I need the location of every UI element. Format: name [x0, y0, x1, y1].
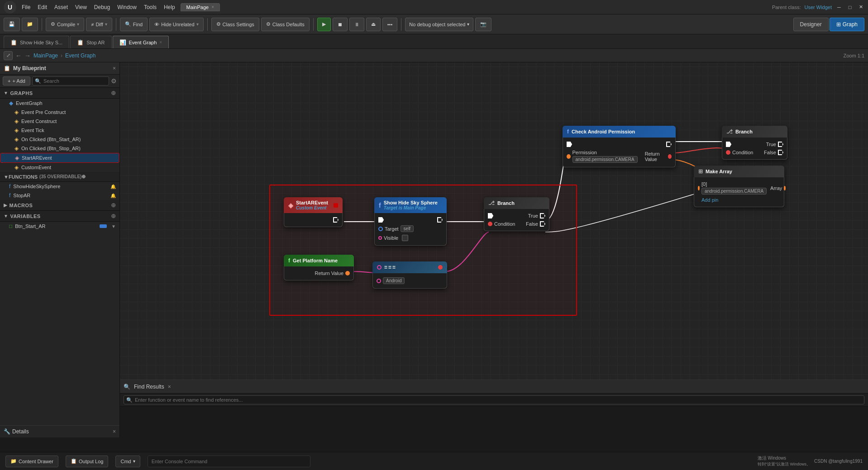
node-check-android-permission[interactable]: f Check Android Permission Permission an… — [563, 126, 676, 167]
node-make-array[interactable]: ⊞ Make Array [0] android.permission.CAME… — [694, 166, 784, 207]
make-array-add-pin[interactable]: Add pin — [701, 197, 718, 203]
graph-view-button[interactable]: ⊞ Graph — [830, 18, 864, 31]
forward-button[interactable]: → — [24, 52, 31, 59]
class-settings-button[interactable]: ⚙ Class Settings — [211, 18, 259, 31]
macros-gear-icon[interactable]: ⊕ — [111, 202, 116, 209]
menu-tools[interactable]: Tools — [144, 4, 157, 10]
macros-section-header[interactable]: ▶ MACROS ⊕ — [0, 200, 119, 211]
eventgraph-tab-icon: 📊 — [119, 39, 126, 46]
designer-view-button[interactable]: Designer — [793, 18, 829, 31]
pause-button[interactable]: ⏸ — [349, 18, 364, 31]
functions-section-header[interactable]: ▼ FUNCTIONS (35 OVERRIDABLE) ⊕ — [0, 172, 119, 182]
minimize-button[interactable]: ─ — [835, 4, 843, 11]
doc-tab-eventgraph[interactable]: 📊 Event Graph × — [113, 36, 169, 48]
class-defaults-button[interactable]: ⚙ Class Defaults — [261, 18, 310, 31]
add-button[interactable]: + + Add — [3, 76, 30, 85]
menu-debug[interactable]: Debug — [94, 4, 110, 10]
details-title: 🔧 Details × — [4, 428, 116, 435]
doc-tab-showhide[interactable]: 📋 Show Hide Sky S... — [4, 36, 69, 48]
sidebar-item-event-pre-construct[interactable]: ◈ Event Pre Construct — [0, 108, 119, 117]
content-drawer-label: Content Drawer — [19, 459, 53, 464]
sidebar-gear-icon[interactable]: ⚙ — [111, 77, 117, 85]
sidebar-item-stopar-func[interactable]: f StopAR 🔔 — [0, 191, 119, 200]
branch-right-condition-label: Condition — [732, 150, 753, 155]
branch-right-exec-in — [726, 142, 731, 147]
hide-unrelated-button[interactable]: 👁 Hide Unrelated ▾ — [149, 18, 203, 31]
sidebar-close[interactable]: × — [113, 65, 116, 71]
output-log-button[interactable]: 📋 Output Log — [66, 456, 108, 467]
functions-gear-icon[interactable]: ⊕ — [81, 174, 86, 180]
start-ar-event-stop-icon[interactable] — [334, 203, 338, 208]
sidebar-item-eventgraph[interactable]: ◆ EventGraph — [0, 99, 119, 108]
content-drawer-button[interactable]: 📁 Content Drawer — [5, 456, 58, 467]
save-button[interactable]: 💾 — [4, 18, 20, 31]
debug-select[interactable]: No debug object selected ▾ — [405, 18, 473, 31]
node-equal[interactable]: === Android — [372, 261, 447, 289]
find-results-close[interactable]: × — [168, 384, 171, 390]
restore-button[interactable]: □ — [846, 4, 854, 11]
menu-window[interactable]: Window — [117, 4, 137, 10]
find-button[interactable]: 🔍 Find — [120, 18, 148, 31]
show-hide-node-icon: f — [379, 202, 381, 209]
graphs-section-header[interactable]: ▼ GRAPHS ⊕ — [0, 88, 119, 99]
node-get-platform-name[interactable]: f Get Platform Name Return Value — [284, 255, 354, 280]
event-pre-construct-icon: ◈ — [14, 109, 19, 115]
play-button[interactable]: ▶ — [317, 18, 331, 31]
find-results-bar: 🔍 Find Results × — [120, 380, 868, 394]
breadcrumb-eventgraph[interactable]: Event Graph — [65, 52, 95, 59]
graphs-arrow-icon: ▼ — [4, 90, 8, 95]
sidebar-item-event-construct[interactable]: ◈ Event Construct — [0, 117, 119, 126]
node-branch-right[interactable]: ⎇ Branch True Condition False — [722, 126, 787, 160]
toolbar-sep-2 — [116, 18, 116, 31]
stopar-tab-label: Stop AR — [86, 40, 105, 45]
back-button[interactable]: ← — [15, 52, 22, 59]
stop-button[interactable]: ⏹ — [333, 18, 348, 31]
save-all-button[interactable]: 📁 — [22, 18, 38, 31]
eject-button[interactable]: ⏏ — [366, 18, 381, 31]
diff-button[interactable]: ≠ Diff ▾ — [86, 18, 112, 31]
menu-view[interactable]: View — [75, 4, 87, 10]
details-close[interactable]: × — [113, 428, 116, 435]
menu-file[interactable]: File — [22, 4, 30, 10]
sidebar-item-custom-event[interactable]: ◈ CustomEvent — [0, 163, 119, 172]
node-start-ar-event[interactable]: ◈ StartAREvent Custom Event — [284, 197, 343, 227]
menu-asset[interactable]: Asset — [54, 4, 68, 10]
more-button[interactable]: ••• — [382, 18, 398, 31]
sidebar-item-on-clicked-start[interactable]: ◈ On Clicked (Btn_Start_AR) — [0, 135, 119, 144]
eventgraph-tab-close[interactable]: × — [159, 40, 162, 45]
start-ar-event-icon: ◈ — [15, 155, 19, 161]
view-buttons: Designer ⊞ Graph — [793, 18, 864, 31]
sidebar-item-event-tick[interactable]: ◈ Event Tick — [0, 126, 119, 135]
tab-mainpage-close[interactable]: × — [211, 5, 214, 9]
find-results-icon: 🔍 — [124, 384, 130, 390]
menu-edit[interactable]: Edit — [38, 4, 47, 10]
sidebar-search-input[interactable] — [32, 76, 109, 85]
menu-help[interactable]: Help — [164, 4, 175, 10]
compile-button[interactable]: ⚙ Compile ▾ — [46, 18, 84, 31]
hide-unrelated-icon: 👁 — [154, 22, 159, 27]
close-button[interactable]: ✕ — [857, 4, 864, 11]
sidebar-item-start-ar-event[interactable]: ◈ StartAREvent — [0, 153, 119, 163]
sidebar-item-btn-start-ar[interactable]: □ Btn_Start_AR ▼ — [0, 222, 119, 231]
start-ar-event-node-icon: ◈ — [288, 202, 293, 209]
camera-button[interactable]: 📷 — [475, 18, 491, 31]
console-input[interactable] — [148, 456, 310, 467]
find-search-input[interactable] — [124, 395, 864, 404]
node-branch-main[interactable]: ⎇ Branch True Condition False — [484, 197, 549, 231]
btn-start-ar-icon: □ — [9, 223, 12, 229]
parent-class-value[interactable]: User Widget — [804, 5, 832, 10]
show-hide-visible-checkbox[interactable] — [402, 235, 408, 241]
cmd-button[interactable]: Cmd ▾ — [115, 456, 140, 467]
node-show-hide-sky-sphere[interactable]: f Show Hide Sky Sphere Target is Main Pa… — [374, 197, 447, 246]
sidebar-item-on-clicked-stop[interactable]: ◈ On Clicked (Btn_Stop_AR) — [0, 144, 119, 153]
breadcrumb-mainpage[interactable]: MainPage — [33, 52, 58, 59]
cmd-dropdown-icon: ▾ — [133, 459, 135, 464]
sidebar-item-showhidesky[interactable]: f ShowHideSkySphere 🔔 — [0, 182, 119, 191]
variables-gear-icon[interactable]: ⊕ — [111, 213, 116, 219]
title-tab-mainpage[interactable]: MainPage × — [181, 3, 220, 11]
event-tick-icon: ◈ — [14, 127, 19, 133]
variables-section-header[interactable]: ▼ VARIABLES ⊕ — [0, 211, 119, 222]
graphs-gear-icon[interactable]: ⊕ — [111, 90, 116, 96]
expand-button[interactable]: ⤢ — [4, 51, 13, 60]
doc-tab-stopar[interactable]: 📋 Stop AR — [70, 36, 111, 48]
